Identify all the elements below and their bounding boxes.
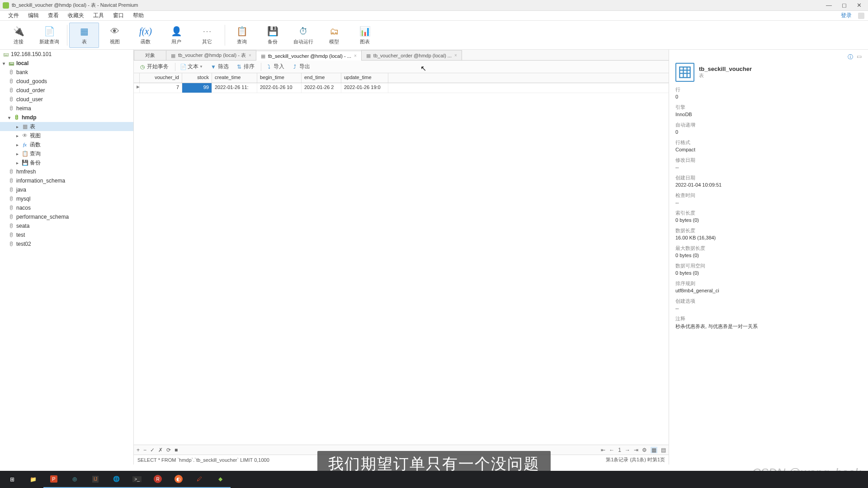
menu-window[interactable]: 窗口 bbox=[108, 12, 128, 19]
tree-hmdp-backups[interactable]: ▸💾备份 bbox=[0, 158, 133, 167]
tree-db-nacos[interactable]: 🛢nacos bbox=[0, 203, 133, 212]
app-button-2[interactable]: R bbox=[147, 471, 168, 488]
add-row-button[interactable]: + bbox=[137, 447, 140, 453]
navicat-button[interactable]: ◆ bbox=[210, 471, 231, 488]
tool-user[interactable]: 👤 用户 bbox=[161, 23, 191, 48]
tree-db-seata[interactable]: 🛢seata bbox=[0, 221, 133, 230]
expand-icon[interactable]: ▸ bbox=[16, 133, 22, 138]
btn-export[interactable]: ⤴导出 bbox=[289, 62, 313, 72]
refresh-button[interactable]: ⟳ bbox=[166, 447, 171, 453]
expand-icon[interactable]: ▾ bbox=[8, 115, 14, 120]
tree-db-java[interactable]: 🛢java bbox=[0, 185, 133, 194]
menu-fav[interactable]: 收藏夹 bbox=[63, 12, 89, 19]
cancel-button[interactable]: ✗ bbox=[158, 447, 163, 453]
table-row[interactable]: ▶ 7 99 2022-01-26 11: 2022-01-26 10 2022… bbox=[134, 83, 669, 93]
close-icon[interactable]: × bbox=[354, 53, 357, 58]
expand-icon[interactable]: ▸ bbox=[16, 124, 22, 129]
data-grid[interactable]: voucher_id stock create_time begin_time … bbox=[134, 73, 669, 445]
tab-tb_seckill_voucher[interactable]: ▦tb_seckill_voucher @hmdp (local) - ...× bbox=[256, 51, 362, 61]
login-link[interactable]: 登录 bbox=[836, 12, 856, 19]
col-end_time[interactable]: end_time bbox=[302, 73, 341, 83]
tool-connect[interactable]: 🔌 连接 bbox=[4, 23, 33, 48]
tree-db-hmfresh[interactable]: 🛢hmfresh bbox=[0, 167, 133, 176]
last-page-button[interactable]: ⇥ bbox=[634, 447, 638, 453]
tool-auto[interactable]: ⏱ 自动运行 bbox=[288, 23, 318, 48]
tree-db-test[interactable]: 🛢test bbox=[0, 230, 133, 239]
grid-view-button[interactable]: ▦ bbox=[651, 447, 657, 453]
chrome-button[interactable]: 🌐 bbox=[106, 471, 127, 488]
tool-chart[interactable]: 📊 图表 bbox=[350, 23, 380, 48]
delete-row-button[interactable]: − bbox=[143, 447, 146, 453]
cell-update_time[interactable]: 2022-01-26 19:0 bbox=[341, 83, 388, 93]
btn-sort[interactable]: ⇅排序 bbox=[233, 62, 257, 72]
postman-button[interactable]: ◐ bbox=[168, 471, 189, 488]
close-button[interactable]: ✕ bbox=[857, 2, 862, 9]
prev-page-button[interactable]: ← bbox=[609, 447, 614, 453]
menu-edit[interactable]: 编辑 bbox=[24, 12, 43, 19]
tree-db-mysql[interactable]: 🛢mysql bbox=[0, 194, 133, 203]
cell-begin_time[interactable]: 2022-01-26 10 bbox=[257, 83, 302, 93]
menu-view[interactable]: 查看 bbox=[43, 12, 63, 19]
cell-create_time[interactable]: 2022-01-26 11: bbox=[212, 83, 257, 93]
tab-tb_voucher_order[interactable]: ▦tb_voucher_order @hmdp (local) ...× bbox=[361, 50, 462, 60]
app-button-1[interactable]: ◎ bbox=[64, 471, 85, 488]
col-update_time[interactable]: update_time bbox=[341, 73, 388, 83]
expand-icon[interactable]: ▸ bbox=[16, 142, 22, 147]
col-stock[interactable]: stock bbox=[182, 73, 212, 83]
tree-db-performance_schema[interactable]: 🛢performance_schema bbox=[0, 212, 133, 221]
form-view-button[interactable]: ▤ bbox=[661, 447, 666, 453]
tree-hmdp-tables[interactable]: ▸▦表 bbox=[0, 122, 133, 131]
col-begin_time[interactable]: begin_time bbox=[257, 73, 302, 83]
cell-stock[interactable]: 99 bbox=[182, 83, 212, 93]
col-voucher_id[interactable]: voucher_id bbox=[140, 73, 182, 83]
cell-end_time[interactable]: 2022-01-26 2 bbox=[302, 83, 341, 93]
tree-db-cloud_user[interactable]: 🛢cloud_user bbox=[0, 95, 133, 104]
tree-db-cloud_order[interactable]: 🛢cloud_order bbox=[0, 86, 133, 95]
btn-text[interactable]: 📄文本▼ bbox=[177, 62, 206, 72]
app-button-3[interactable]: 🖊 bbox=[189, 471, 210, 488]
tab-objects[interactable]: 对象 bbox=[134, 50, 166, 60]
menu-file[interactable]: 文件 bbox=[4, 12, 24, 19]
col-create_time[interactable]: create_time bbox=[212, 73, 257, 83]
powerpoint-button[interactable]: P bbox=[43, 471, 64, 488]
expand-icon[interactable]: ▸ bbox=[16, 160, 22, 165]
tree-db-information_schema[interactable]: 🛢information_schema bbox=[0, 176, 133, 185]
explorer-button[interactable]: 📁 bbox=[23, 471, 43, 488]
tool-other[interactable]: ⋯ 其它 bbox=[192, 23, 222, 48]
tree-db-bank[interactable]: 🛢bank bbox=[0, 68, 133, 77]
tree-connection[interactable]: 🖴 192.168.150.101 bbox=[0, 50, 133, 59]
tool-table[interactable]: ▦ 表 bbox=[69, 23, 99, 48]
tab-tb_voucher[interactable]: ▦tb_voucher @hmdp (local) - 表× bbox=[166, 50, 256, 60]
info-icon[interactable]: ⓘ bbox=[848, 53, 853, 61]
tree-db-test02[interactable]: 🛢test02 bbox=[0, 239, 133, 249]
expand-icon[interactable]: ▾ bbox=[3, 61, 8, 66]
terminal-button[interactable]: >_ bbox=[127, 471, 147, 488]
btn-filter[interactable]: ▼筛选 bbox=[208, 62, 231, 72]
tree-hmdp-functions[interactable]: ▸fx函数 bbox=[0, 140, 133, 149]
sidebar[interactable]: 🖴 192.168.150.101 ▾ 🖴 local 🛢bank 🛢cloud… bbox=[0, 50, 134, 465]
next-page-button[interactable]: → bbox=[625, 447, 630, 453]
tree-hmdp-queries[interactable]: ▸📋查询 bbox=[0, 149, 133, 158]
minimize-button[interactable]: ― bbox=[826, 2, 832, 9]
tree-local[interactable]: ▾ 🖴 local bbox=[0, 59, 133, 68]
tool-view[interactable]: 👁 视图 bbox=[100, 23, 130, 48]
close-icon[interactable]: × bbox=[454, 53, 457, 58]
tree-db-heima[interactable]: 🛢heima bbox=[0, 104, 133, 113]
login-icon[interactable] bbox=[858, 13, 864, 19]
idea-button[interactable]: IJ bbox=[85, 471, 106, 488]
start-button[interactable]: ⊞ bbox=[2, 471, 23, 488]
maximize-button[interactable]: ◻ bbox=[842, 2, 847, 9]
tree-db-cloud_goods[interactable]: 🛢cloud_goods bbox=[0, 77, 133, 86]
tree-hmdp-views[interactable]: ▸👁视图 bbox=[0, 131, 133, 140]
tool-model[interactable]: 🗂 模型 bbox=[319, 23, 349, 48]
expand-icon[interactable]: ▸ bbox=[16, 151, 22, 156]
tool-new-query[interactable]: 📄 新建查询 bbox=[34, 23, 64, 48]
tool-fn[interactable]: f(x) 函数 bbox=[131, 23, 160, 48]
tree-db-hmdp[interactable]: ▾🛢hmdp bbox=[0, 113, 133, 122]
menu-help[interactable]: 帮助 bbox=[128, 12, 148, 19]
sql-icon[interactable]: ▭ bbox=[857, 53, 862, 61]
btn-import[interactable]: ⤵导入 bbox=[263, 62, 287, 72]
tool-query[interactable]: 📋 查询 bbox=[227, 23, 257, 48]
close-icon[interactable]: × bbox=[249, 53, 251, 58]
row-handle[interactable]: ▶ bbox=[134, 83, 140, 93]
